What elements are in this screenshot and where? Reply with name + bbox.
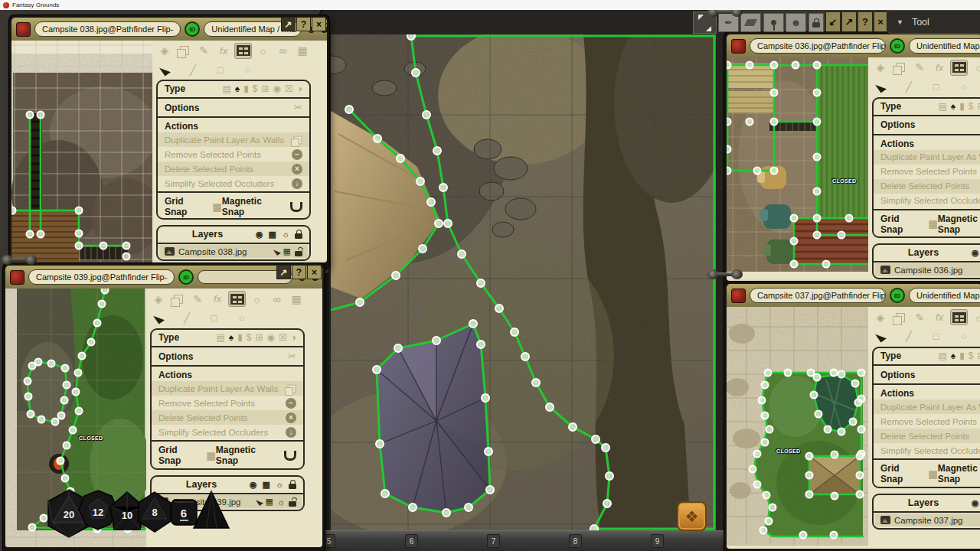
action-remove-points[interactable]: Remove Selected Points−: [158, 147, 309, 161]
terrain-type-icon[interactable]: ▤: [938, 350, 946, 361]
magnet-icon[interactable]: [290, 202, 302, 212]
window-type-icon[interactable]: ⊞: [261, 83, 269, 94]
circle-tool-icon[interactable]: ○: [245, 64, 251, 76]
light-icon[interactable]: ☼: [277, 497, 285, 507]
tree-type-icon[interactable]: ♠: [951, 101, 956, 112]
light-icon[interactable]: ☼: [282, 230, 289, 239]
action-remove-points[interactable]: Remove Selected Points−: [152, 396, 303, 410]
magnet-icon[interactable]: [284, 451, 296, 461]
action-duplicate-paint-layer[interactable]: Duplicate Paint Layer As Walls: [874, 399, 980, 414]
action-simplify-occluders[interactable]: Simplify Selected Occluders↓: [158, 176, 309, 191]
walls-mode-icon[interactable]: [228, 291, 246, 307]
map-name-tab[interactable]: Campsite 038.jpg@Pathfinder Flip-: [34, 21, 181, 37]
window-type-icon[interactable]: ⊞: [255, 332, 263, 343]
lock-button[interactable]: [808, 13, 824, 32]
rect-tool-icon[interactable]: □: [933, 331, 939, 342]
treasure-type-icon[interactable]: $: [969, 101, 974, 112]
grid-icon[interactable]: ▦: [283, 246, 291, 256]
select-tool-icon[interactable]: [159, 64, 171, 76]
layer-row[interactable]: Campsite 037.jpg ▦: [875, 514, 980, 527]
mask-icon[interactable]: ∞: [274, 43, 292, 59]
farm-map-canvas[interactable]: [727, 57, 868, 272]
grid-icon[interactable]: ▦: [288, 291, 305, 307]
eye-icon[interactable]: ◉: [972, 498, 979, 508]
pointer-icon[interactable]: [255, 497, 263, 506]
tree-type-icon[interactable]: ♠: [951, 350, 956, 361]
action-delete-points[interactable]: Delete Selected Points×: [152, 410, 303, 425]
radial-menu-icon[interactable]: ◈: [155, 43, 173, 59]
dirt-map-canvas[interactable]: [11, 41, 152, 262]
d8-die[interactable]: 8: [139, 492, 171, 532]
effects-icon[interactable]: fx: [931, 60, 949, 76]
walls-mode-icon[interactable]: [234, 43, 252, 59]
layer-row[interactable]: Campsite 036.jpg ▦: [875, 263, 980, 276]
paint-brush-icon[interactable]: ✎: [911, 309, 929, 325]
walls-mode-icon[interactable]: [950, 60, 968, 76]
help-button[interactable]: ?: [292, 265, 306, 279]
terrain-type-icon[interactable]: ▤: [216, 332, 224, 343]
close-button[interactable]: ×: [307, 265, 322, 279]
circle-tool-icon[interactable]: ○: [239, 312, 245, 324]
glade-map-canvas[interactable]: [727, 307, 868, 546]
unlock-icon[interactable]: [289, 501, 296, 507]
line-tool-icon[interactable]: ╱: [906, 81, 912, 93]
action-duplicate-paint-layer[interactable]: Duplicate Paint Layer As Walls: [152, 381, 303, 396]
terrain-type-icon[interactable]: ▤: [938, 101, 946, 112]
grid-icon[interactable]: ▦: [269, 230, 276, 240]
window-type-icon[interactable]: ⊞: [977, 101, 980, 112]
help-button[interactable]: ?: [296, 17, 311, 31]
illusion-type-icon[interactable]: ☒: [285, 83, 293, 94]
rect-tool-icon[interactable]: □: [211, 312, 217, 324]
grid-icon[interactable]: ▦: [294, 43, 312, 59]
door-type-icon[interactable]: ▮: [243, 83, 249, 94]
vision-type-icon[interactable]: ◉: [273, 83, 281, 94]
eye-icon[interactable]: ◉: [972, 248, 979, 258]
line-tool-icon[interactable]: ╱: [906, 331, 912, 342]
token-vision-button[interactable]: ☻: [786, 13, 806, 32]
door-type-icon[interactable]: ▮: [959, 350, 965, 361]
mask-icon[interactable]: ∞: [268, 291, 286, 307]
shadow-type-icon[interactable]: ◑: [297, 83, 302, 94]
door-type-icon[interactable]: ▮: [237, 332, 243, 343]
campsite-map-canvas[interactable]: [331, 34, 716, 530]
help-button[interactable]: ?: [858, 11, 873, 32]
radial-menu-icon[interactable]: ◈: [871, 309, 889, 325]
tool-drawer[interactable]: ▼ Tool: [886, 10, 980, 34]
paint-brush-icon[interactable]: ✎: [189, 291, 207, 307]
d6-die[interactable]: 6: [172, 500, 197, 525]
treasure-type-icon[interactable]: $: [247, 332, 252, 343]
vision-type-icon[interactable]: ◉: [267, 332, 275, 343]
window-maximize-button[interactable]: ↗: [841, 11, 857, 32]
grid-snap-icon[interactable]: ▦: [207, 450, 216, 461]
effects-icon[interactable]: fx: [931, 309, 949, 325]
window-titlebar[interactable]: Campsite 038.jpg@Pathfinder Flip- ID Uni…: [11, 18, 327, 41]
eye-icon[interactable]: ◉: [256, 230, 263, 240]
grid-icon[interactable]: ▦: [266, 497, 273, 507]
shadow-type-icon[interactable]: ◑: [291, 332, 296, 343]
radial-menu-icon[interactable]: ◈: [871, 60, 889, 76]
map-name-tab[interactable]: Campsite 039.jpg@Pathfinder Flip-: [28, 269, 175, 285]
select-tool-icon[interactable]: [875, 331, 887, 343]
unlock-icon[interactable]: [295, 251, 302, 256]
tree-type-icon[interactable]: ♠: [235, 83, 240, 94]
action-delete-points[interactable]: Delete Selected Points×: [158, 161, 309, 176]
lock-icon[interactable]: [289, 484, 296, 489]
effects-icon[interactable]: fx: [209, 291, 227, 307]
map-id-tab[interactable]: Unidentified Map / Ima: [909, 38, 980, 54]
close-button[interactable]: ×: [874, 11, 887, 32]
radial-menu-icon[interactable]: ◈: [149, 291, 167, 307]
terrain-type-icon[interactable]: ▤: [222, 83, 230, 94]
light-icon[interactable]: ☼: [276, 480, 283, 489]
circle-tool-icon[interactable]: ○: [961, 81, 967, 93]
window-restore-button[interactable]: ↙: [825, 11, 841, 32]
window-type-icon[interactable]: ⊞: [977, 350, 980, 361]
line-tool-icon[interactable]: ╱: [184, 312, 190, 324]
compass-rose-button[interactable]: ❖: [677, 501, 707, 531]
lighting-icon[interactable]: ☼: [254, 43, 272, 59]
walls-mode-icon[interactable]: [950, 309, 968, 325]
pointer-icon[interactable]: [273, 248, 281, 256]
select-tool-icon[interactable]: [153, 312, 165, 324]
close-button[interactable]: ×: [312, 17, 326, 31]
tree-type-icon[interactable]: ♠: [229, 332, 234, 343]
line-tool-icon[interactable]: ╱: [190, 64, 196, 76]
